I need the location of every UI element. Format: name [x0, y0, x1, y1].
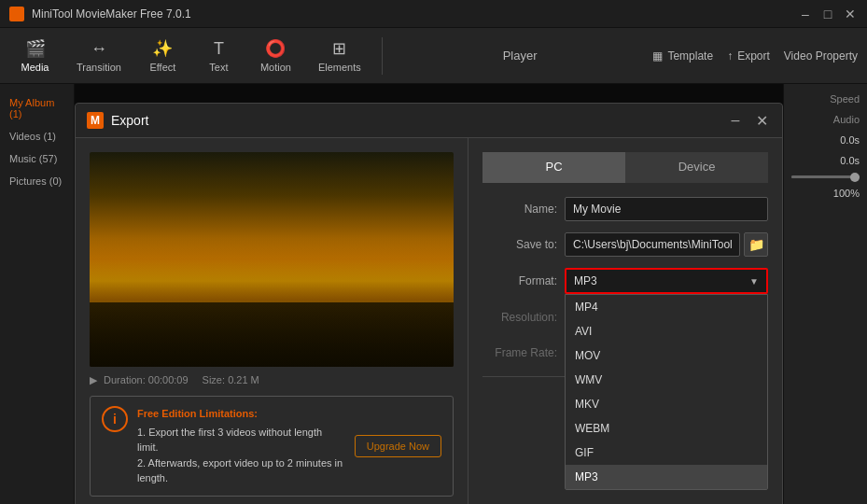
sidebar-item-music[interactable]: Music (57): [0, 147, 74, 170]
video-gradient-overlay: [90, 238, 454, 367]
info-text: Free Edition Limitations: 1. Export the …: [137, 406, 345, 486]
toolbar-item-effect[interactable]: ✨ Effect: [137, 34, 189, 77]
video-thumbnail: [90, 152, 454, 367]
effect-icon: ✨: [152, 38, 173, 59]
toolbar-item-media[interactable]: 🎬 Media: [9, 34, 61, 77]
video-property-button[interactable]: Video Property: [784, 49, 858, 63]
save-to-row: Save to: 📁: [482, 232, 768, 257]
format-option-avi[interactable]: AVI: [566, 319, 767, 343]
save-to-label: Save to:: [482, 238, 557, 251]
export-button[interactable]: ↑ Export: [727, 49, 770, 63]
toolbar-item-motion[interactable]: ⭕ Motion: [249, 34, 302, 77]
toolbar-item-transition[interactable]: ↔ Transition: [65, 35, 133, 77]
main-layout: My Album (1) Videos (1) Music (57) Pictu…: [0, 84, 867, 504]
player-label[interactable]: Player: [494, 44, 547, 67]
tab-pc[interactable]: PC: [482, 152, 625, 183]
modal-minimize-button[interactable]: –: [726, 111, 745, 130]
close-button[interactable]: ✕: [843, 7, 858, 21]
info-icon: i: [102, 406, 128, 432]
minimize-button[interactable]: –: [798, 7, 813, 21]
right-panel: Speed Audio 0.0s 0.0s 100%: [783, 84, 867, 504]
save-to-input[interactable]: [565, 232, 740, 257]
format-option-webm[interactable]: WEBM: [566, 416, 767, 441]
format-selected-value: MP3: [574, 274, 597, 287]
motion-icon: ⭕: [265, 38, 286, 59]
volume-slider-row[interactable]: [791, 175, 860, 178]
modal-app-icon: M: [87, 112, 104, 129]
volume-slider[interactable]: [791, 175, 860, 178]
modal-close-button[interactable]: ✕: [752, 111, 771, 130]
percent-value: 100%: [791, 188, 860, 199]
tab-device[interactable]: Device: [625, 152, 768, 183]
audio-value: 0.0s: [791, 155, 860, 166]
template-icon: ▦: [652, 49, 663, 63]
sidebar-item-videos[interactable]: Videos (1): [0, 125, 74, 147]
size-value: 0.21 M: [228, 374, 259, 385]
toolbar: 🎬 Media ↔ Transition ✨ Effect T Text ⭕ M…: [0, 28, 867, 84]
toolbar-label-elements: Elements: [318, 62, 361, 73]
folder-button[interactable]: 📁: [744, 232, 768, 257]
format-label: Format:: [482, 274, 557, 287]
maximize-button[interactable]: □: [820, 7, 835, 21]
format-dropdown-container: MP3 ▼ MP4 AVI MOV WMV MKV WEBM: [565, 268, 768, 294]
media-icon: 🎬: [25, 38, 46, 59]
tab-row: PC Device: [482, 152, 768, 183]
toolbar-divider: [382, 37, 383, 75]
info-line-1: 1. Export the first 3 videos without len…: [137, 425, 345, 455]
title-bar: MiniTool MovieMaker Free 7.0.1 – □ ✕: [0, 0, 867, 28]
export-options-section: PC Device Name: Save to:: [468, 138, 782, 504]
export-modal: M Export – ✕: [75, 103, 783, 504]
text-icon: T: [214, 39, 224, 59]
title-bar-left: MiniTool MovieMaker Free 7.0.1: [9, 7, 191, 21]
title-bar-controls[interactable]: – □ ✕: [798, 7, 858, 21]
export-icon: ↑: [727, 49, 733, 63]
format-option-mp4[interactable]: MP4: [566, 295, 767, 319]
sidebar: My Album (1) Videos (1) Music (57) Pictu…: [0, 84, 75, 504]
frame-rate-label: Frame Rate:: [482, 346, 557, 359]
modal-overlay: M Export – ✕: [75, 84, 783, 504]
volume-slider-thumb[interactable]: [850, 173, 860, 182]
app-title: MiniTool MovieMaker Free 7.0.1: [32, 7, 191, 21]
name-input[interactable]: [565, 197, 768, 221]
video-preview-section: ▶ Duration: 00:00:09 Size: 0.21 M i: [76, 138, 468, 504]
elements-icon: ⊞: [332, 38, 346, 59]
modal-title-left: M Export: [87, 112, 148, 129]
toolbar-item-text[interactable]: T Text: [193, 35, 245, 77]
format-option-wmv[interactable]: WMV: [566, 368, 767, 392]
name-row: Name:: [482, 197, 768, 221]
info-box: i Free Edition Limitations: 1. Export th…: [90, 396, 454, 497]
toolbar-right: ▦ Template ↑ Export Video Property: [652, 49, 858, 63]
format-option-gif[interactable]: GIF: [566, 441, 767, 465]
audio-label: Audio: [791, 114, 860, 125]
video-info: ▶ Duration: 00:00:09 Size: 0.21 M: [90, 374, 454, 386]
format-row: Format: MP3 ▼ MP4 AVI MOV: [482, 268, 768, 294]
toolbar-label-motion: Motion: [260, 62, 291, 73]
resolution-label: Resolution:: [482, 311, 557, 324]
modal-controls[interactable]: – ✕: [726, 111, 771, 130]
toolbar-label-transition: Transition: [77, 62, 121, 73]
template-button[interactable]: ▦ Template: [652, 49, 713, 63]
video-info-icon: ▶: [90, 374, 97, 385]
format-option-mp3[interactable]: MP3: [566, 465, 767, 489]
sidebar-item-pictures[interactable]: Pictures (0): [0, 170, 74, 192]
upgrade-button[interactable]: Upgrade Now: [355, 435, 441, 457]
modal-body: ▶ Duration: 00:00:09 Size: 0.21 M i: [76, 138, 782, 504]
modal-title: Export: [111, 113, 148, 128]
size-label: Size:: [203, 374, 225, 385]
modal-title-bar: M Export – ✕: [76, 104, 782, 138]
toolbar-item-elements[interactable]: ⊞ Elements: [307, 34, 372, 77]
format-dropdown[interactable]: MP3 ▼: [565, 268, 768, 294]
save-to-input-group: 📁: [565, 232, 768, 257]
info-title: Free Edition Limitations:: [137, 406, 345, 422]
toolbar-center: Player: [392, 44, 649, 67]
info-line-2: 2. Afterwards, export video up to 2 minu…: [137, 455, 345, 486]
sidebar-item-my-album[interactable]: My Album (1): [0, 91, 74, 125]
content-area: M Export – ✕: [75, 84, 783, 504]
format-option-mov[interactable]: MOV: [566, 343, 767, 368]
toolbar-label-media: Media: [21, 62, 49, 73]
speed-value: 0.0s: [791, 134, 860, 146]
duration-info: ▶ Duration: 00:00:09: [90, 374, 189, 386]
duration-value: 00:00:09: [148, 374, 189, 385]
format-option-mkv[interactable]: MKV: [566, 392, 767, 416]
duration-label: Duration:: [104, 374, 146, 385]
